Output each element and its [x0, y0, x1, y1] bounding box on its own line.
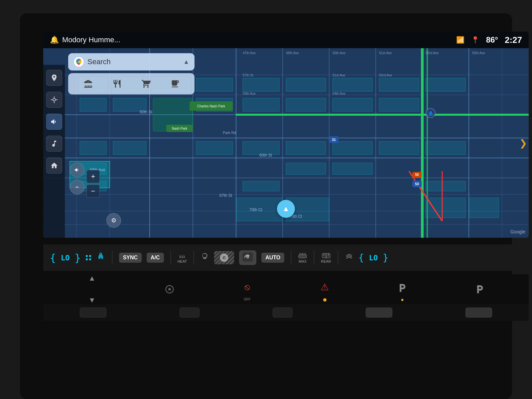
sidebar-location-btn[interactable] — [46, 92, 62, 108]
svg-rect-51 — [243, 181, 279, 191]
svg-rect-46 — [426, 141, 466, 155]
temp-dial-icon[interactable] — [200, 252, 209, 263]
recirc-btn[interactable] — [239, 250, 256, 265]
ac-btn[interactable]: A/C — [147, 253, 164, 263]
zoom-in-btn[interactable]: + — [86, 170, 100, 183]
svg-rect-27 — [332, 78, 372, 91]
svg-rect-55 — [426, 198, 466, 218]
right-temp: LO — [369, 254, 378, 262]
nav-arrow[interactable] — [277, 200, 295, 218]
svg-text:50: 50 — [415, 173, 419, 177]
left-bracket: { — [50, 252, 56, 264]
svg-text:47th Ave: 47th Ave — [243, 51, 256, 55]
svg-text:👤: 👤 — [428, 111, 433, 116]
sidebar-maps-btn[interactable] — [46, 70, 62, 86]
seat-heat-icon[interactable] — [96, 252, 105, 263]
svg-rect-41 — [196, 141, 233, 155]
map-area[interactable]: 31 50 50 60th St 68th Ave 67th St 70th C… — [43, 48, 529, 238]
phys-btn-5[interactable] — [466, 308, 492, 318]
phys-btn-3[interactable] — [273, 308, 293, 318]
svg-rect-25 — [243, 78, 279, 91]
vent-direction-icon[interactable] — [345, 253, 353, 263]
category-bank[interactable] — [81, 76, 95, 91]
svg-rect-31 — [113, 98, 146, 111]
svg-text:57th St: 57th St — [243, 73, 253, 77]
park-assist-right-ctrl — [470, 279, 490, 299]
svg-rect-36 — [379, 98, 419, 111]
search-chevron-icon[interactable]: ▲ — [183, 59, 189, 66]
scroll-up-btn[interactable]: ▲ — [82, 268, 102, 288]
svg-text:53rd Ave: 53rd Ave — [426, 51, 439, 55]
map-up-btn[interactable] — [70, 180, 84, 195]
sidebar-music-btn[interactable] — [46, 136, 62, 152]
sidebar-home-btn[interactable] — [46, 158, 62, 174]
search-label: Search — [87, 58, 180, 66]
svg-text:50th Ave: 50th Ave — [332, 51, 345, 55]
sync-btn[interactable]: SYNC — [119, 253, 142, 263]
svg-rect-102 — [299, 255, 307, 258]
svg-rect-29 — [426, 78, 466, 91]
volume-btn[interactable] — [70, 163, 84, 177]
auto-btn[interactable]: AUTO — [261, 253, 284, 263]
svg-text:50: 50 — [415, 182, 419, 186]
svg-text:63rd Ave: 63rd Ave — [379, 73, 392, 77]
status-bar: 🔔 Modory Humme... 📶 📍 86° 2:27 — [43, 32, 529, 48]
svg-rect-45 — [379, 141, 419, 155]
separator-5 — [314, 251, 314, 264]
svg-rect-28 — [379, 78, 419, 91]
svg-point-99 — [100, 253, 102, 255]
location-icon: 📍 — [471, 36, 479, 44]
svg-rect-35 — [332, 98, 372, 111]
max-label: MAX — [299, 259, 307, 263]
svg-text:51st Ave: 51st Ave — [379, 51, 392, 55]
park-assist-left-btn[interactable] — [392, 278, 412, 298]
search-overlay: Search ▲ — [68, 53, 195, 94]
app-title: Modory Humme... — [62, 36, 120, 44]
left-temp: LO — [61, 254, 70, 262]
hazard-ctrl: ⚠ — [315, 277, 335, 302]
park-indicator — [401, 299, 403, 301]
svg-point-112 — [168, 288, 171, 291]
svg-text:70th Ct: 70th Ct — [249, 207, 262, 212]
phys-btn-4[interactable] — [366, 308, 392, 318]
sidebar-volume-btn[interactable] — [46, 114, 62, 130]
fan-speed-control[interactable] — [214, 251, 234, 264]
phys-btn-1[interactable] — [80, 308, 106, 318]
category-restaurant[interactable] — [110, 76, 124, 91]
search-categories — [68, 73, 195, 94]
max-control: MAX — [298, 252, 307, 263]
svg-rect-44 — [332, 141, 372, 155]
zoom-out-btn[interactable]: − — [86, 185, 100, 198]
search-bar[interactable]: Search ▲ — [68, 53, 195, 70]
svg-rect-33 — [243, 98, 279, 111]
phys-btn-2[interactable] — [180, 308, 200, 318]
svg-rect-42 — [243, 141, 279, 155]
svg-rect-26 — [286, 78, 326, 91]
right-chevron-btn[interactable]: ❯ — [519, 138, 527, 149]
svg-rect-30 — [80, 98, 106, 111]
hazard-btn[interactable]: ⚠ — [315, 277, 335, 297]
park-assist-right-btn[interactable] — [470, 279, 490, 299]
seat-heat-left-btn[interactable] — [160, 279, 180, 299]
rear-label: REAR — [321, 259, 331, 263]
seat-off-ctrl: 🚫 OFF — [237, 278, 257, 301]
separator-6 — [338, 251, 338, 264]
left-sidebar — [43, 65, 65, 238]
separator-1 — [112, 251, 112, 264]
settings-btn[interactable]: ⚙ — [106, 213, 121, 228]
svg-rect-52 — [426, 181, 466, 191]
svg-rect-40 — [113, 141, 146, 155]
main-screen: 🔔 Modory Humme... 📶 📍 86° 2:27 — [43, 32, 529, 238]
svg-text:55th Ave: 55th Ave — [472, 51, 485, 55]
google-maps-icon — [73, 57, 84, 67]
seat-off-btn[interactable]: 🚫 — [237, 278, 257, 298]
svg-text:49th Ave: 49th Ave — [286, 51, 299, 55]
google-watermark: Google — [510, 229, 525, 234]
category-coffee[interactable] — [168, 76, 182, 91]
right-left-bracket: { — [358, 252, 364, 263]
svg-rect-24 — [196, 78, 233, 91]
svg-text:60th St: 60th St — [140, 110, 153, 114]
wifi-icon: 📶 — [456, 36, 465, 44]
category-shopping[interactable] — [139, 76, 153, 91]
physical-buttons-row — [43, 304, 529, 321]
